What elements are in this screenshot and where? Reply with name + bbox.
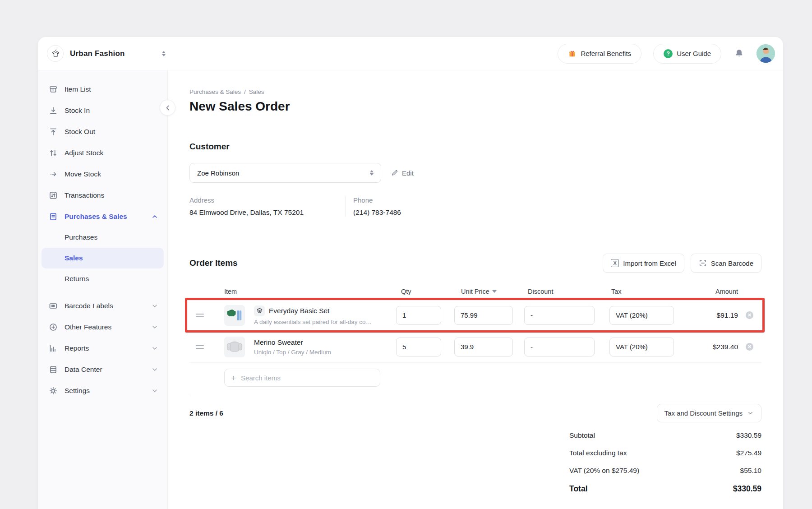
move-stock-icon bbox=[49, 170, 58, 179]
column-unit-price[interactable]: Unit Price bbox=[454, 288, 513, 295]
sidebar-label: Purchases bbox=[65, 233, 97, 241]
breadcrumb-separator: / bbox=[244, 88, 246, 95]
user-guide-button[interactable]: ? User Guide bbox=[653, 44, 721, 64]
pencil-icon bbox=[391, 169, 398, 176]
referral-benefits-button[interactable]: Referral Benefits bbox=[558, 44, 641, 64]
remove-row-button[interactable]: ✕ bbox=[746, 343, 753, 351]
tax-input[interactable] bbox=[609, 306, 674, 325]
sidebar-item-stock-out[interactable]: Stock Out bbox=[38, 121, 167, 142]
item-name[interactable]: Everyday Basic Set bbox=[269, 307, 329, 315]
summary-label: VAT (20% on $275.49) bbox=[569, 467, 639, 475]
sidebar-subitem-purchases[interactable]: Purchases bbox=[38, 227, 167, 248]
breadcrumb-current[interactable]: Sales bbox=[249, 88, 264, 95]
top-bar: Urban Fashion Referral Benefits ? User G… bbox=[38, 37, 783, 70]
sidebar-item-settings[interactable]: Settings bbox=[38, 380, 167, 401]
remove-row-button[interactable]: ✕ bbox=[746, 311, 753, 319]
item-info: Merino Sweater Uniqlo / Top / Gray / Med… bbox=[254, 338, 396, 356]
company-logo bbox=[47, 45, 64, 62]
bundle-thumbnail-image bbox=[224, 305, 245, 326]
qty-input[interactable] bbox=[396, 338, 441, 356]
sidebar-item-reports[interactable]: Reports bbox=[38, 338, 167, 359]
tax-discount-settings-button[interactable]: Tax and Discount Settings bbox=[657, 404, 761, 422]
sidebar-item-transactions[interactable]: Transactions bbox=[38, 185, 167, 206]
item-info: Everyday Basic Set A daily essentials se… bbox=[254, 305, 396, 325]
search-items-input[interactable] bbox=[241, 374, 374, 382]
sort-descending-icon bbox=[492, 290, 497, 293]
item-thumbnail bbox=[224, 337, 245, 357]
archive-box-icon bbox=[49, 85, 58, 94]
column-tax: Tax bbox=[609, 288, 674, 295]
tax-input[interactable] bbox=[609, 338, 674, 356]
drag-handle[interactable] bbox=[189, 345, 224, 349]
phone-label: Phone bbox=[353, 196, 401, 204]
items-count: 2 items / 6 bbox=[189, 409, 223, 417]
summary-value: $330.59 bbox=[736, 431, 761, 440]
sidebar-item-stock-in[interactable]: Stock In bbox=[38, 100, 167, 121]
tax-settings-label: Tax and Discount Settings bbox=[664, 409, 743, 417]
phone-value: (214) 783-7486 bbox=[353, 208, 401, 217]
breadcrumb: Purchases & Sales / Sales bbox=[189, 88, 761, 95]
bell-icon bbox=[734, 48, 744, 59]
unit-price-input[interactable] bbox=[454, 338, 513, 356]
referral-benefits-label: Referral Benefits bbox=[581, 50, 631, 57]
summary-row-total: Total $330.59 bbox=[569, 484, 761, 494]
company-name: Urban Fashion bbox=[70, 49, 125, 58]
sidebar-label: Move Stock bbox=[65, 170, 101, 178]
scan-barcode-button[interactable]: Scan Barcode bbox=[691, 254, 761, 273]
scan-icon bbox=[699, 259, 707, 267]
search-items-field[interactable]: + bbox=[224, 369, 380, 387]
order-row-merino-sweater: Merino Sweater Uniqlo / Top / Gray / Med… bbox=[189, 331, 761, 363]
sidebar-label: Barcode Labels bbox=[65, 302, 113, 310]
customer-heading: Customer bbox=[189, 142, 761, 152]
qty-input[interactable] bbox=[396, 306, 441, 325]
sidebar-label: Stock In bbox=[65, 106, 90, 115]
summary-value: $275.49 bbox=[736, 449, 761, 457]
stock-out-icon bbox=[49, 127, 58, 136]
summary-row-excluding-tax: Total excluding tax $275.49 bbox=[569, 449, 761, 457]
sidebar-item-purchases-sales[interactable]: Purchases & Sales bbox=[38, 206, 167, 227]
app-window: Urban Fashion Referral Benefits ? User G… bbox=[38, 37, 783, 509]
sidebar-subitem-sales[interactable]: Sales bbox=[42, 248, 164, 268]
sidebar-item-item-list[interactable]: Item List bbox=[38, 79, 167, 100]
sidebar-item-other-features[interactable]: Other Features bbox=[38, 316, 167, 338]
customer-select[interactable]: Zoe Robinson bbox=[189, 163, 381, 183]
user-avatar[interactable] bbox=[757, 44, 775, 63]
sidebar-item-adjust-stock[interactable]: Adjust Stock bbox=[38, 142, 167, 163]
sidebar-label: Stock Out bbox=[65, 128, 95, 136]
import-from-excel-button[interactable]: X Import from Excel bbox=[603, 254, 684, 273]
sidebar-item-move-stock[interactable]: Move Stock bbox=[38, 163, 167, 185]
drag-handle[interactable] bbox=[189, 314, 224, 317]
item-description: Uniqlo / Top / Gray / Medium bbox=[254, 349, 396, 356]
chevron-up-icon bbox=[151, 213, 158, 220]
order-table-header: Item Qty Unit Price Discount Tax Amount bbox=[189, 283, 761, 300]
sidebar-item-data-center[interactable]: Data Center bbox=[38, 359, 167, 380]
notifications-button[interactable] bbox=[733, 48, 745, 59]
company-switcher[interactable] bbox=[162, 51, 166, 56]
sidebar-label: Item List bbox=[65, 85, 91, 93]
sweater-thumbnail-image bbox=[224, 337, 245, 357]
user-guide-label: User Guide bbox=[677, 50, 711, 57]
question-icon: ? bbox=[664, 49, 673, 58]
column-item: Item bbox=[224, 288, 396, 295]
plus-circle-icon bbox=[49, 323, 58, 332]
summary-row-subtotal: Subtotal $330.59 bbox=[569, 431, 761, 440]
unit-price-input[interactable] bbox=[454, 306, 513, 325]
sidebar-item-barcode-labels[interactable]: Barcode Labels bbox=[38, 295, 167, 316]
discount-input[interactable] bbox=[524, 306, 595, 325]
sidebar-collapse-button[interactable] bbox=[160, 100, 175, 116]
discount-input[interactable] bbox=[524, 338, 595, 356]
sidebar-label: Transactions bbox=[65, 191, 104, 199]
sidebar-label: Returns bbox=[65, 275, 89, 283]
barcode-icon bbox=[49, 301, 58, 310]
chevron-down-icon bbox=[151, 387, 158, 394]
import-excel-label: Import from Excel bbox=[623, 259, 676, 267]
amount-value: $91.19 bbox=[684, 311, 738, 319]
customer-edit-button[interactable]: Edit bbox=[391, 169, 414, 177]
item-thumbnail bbox=[224, 305, 245, 326]
item-name[interactable]: Merino Sweater bbox=[254, 338, 303, 347]
customer-info: Address 84 Elmwood Drive, Dallas, TX 752… bbox=[189, 196, 761, 217]
document-icon bbox=[49, 212, 58, 221]
breadcrumb-section[interactable]: Purchases & Sales bbox=[189, 88, 241, 95]
sidebar-label: Data Center bbox=[65, 366, 102, 374]
sidebar-subitem-returns[interactable]: Returns bbox=[38, 268, 167, 289]
